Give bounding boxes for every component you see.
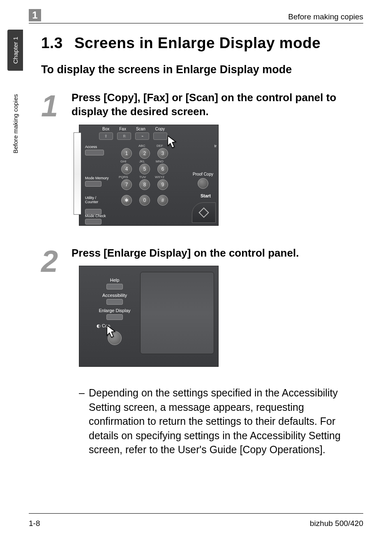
step-2-text: Press [Enlarge Display] on the control p… [71, 246, 363, 260]
key-9[interactable]: 9 [157, 179, 168, 190]
utility-counter-label: Utility / Counter [85, 196, 101, 204]
key-4[interactable]: 4 [121, 164, 132, 174]
tab-fax-label: Fax [119, 127, 126, 131]
section-title-text: Screens in Enlarge Display mode [74, 35, 321, 51]
tab-copy-label: Copy [155, 127, 165, 131]
key-0[interactable]: 0 [139, 195, 150, 206]
copy-button[interactable] [153, 132, 167, 140]
side-tab-chapter: Chapter 1 [7, 30, 23, 71]
rule-top [29, 23, 363, 23]
figure-control-panel-enlarge: Help Accessibility Enlarge Display ◐ Con [79, 266, 219, 367]
footer-product: bizhub 500/420 [310, 519, 363, 528]
accessibility-label: Accessibility [94, 293, 135, 298]
cursor-icon [105, 324, 117, 339]
sub-title: To display the screens in Enlarge Displa… [41, 63, 363, 76]
key-8[interactable]: 8 [139, 179, 150, 190]
tab-scan-label: Scan [136, 127, 145, 131]
footer-page-number: 1-8 [29, 519, 40, 528]
step-2-number: 2 [41, 249, 71, 275]
ir-label: Ir [214, 144, 217, 148]
touch-screen-edge [74, 132, 81, 215]
def-label: DEF [157, 144, 163, 148]
key-6[interactable]: 6 [157, 164, 168, 174]
note-block: – Depending on the settings specified in… [79, 386, 359, 457]
note-text: Depending on the settings specified in t… [89, 386, 359, 457]
start-button[interactable] [192, 202, 216, 223]
side-tab-title: Before making copies [8, 76, 22, 171]
box-button[interactable]: ⇪ [99, 132, 113, 140]
access-button[interactable] [85, 150, 104, 155]
note-dash: – [79, 386, 89, 457]
scan-button[interactable]: ⌁ [135, 132, 149, 140]
enlarge-display-button[interactable] [106, 314, 123, 320]
chapter-number-box: 1 [29, 9, 41, 21]
help-button[interactable] [106, 284, 123, 290]
mode-check-button[interactable] [85, 219, 101, 225]
accessibility-button[interactable] [106, 299, 123, 305]
tab-box-label: Box [102, 127, 109, 131]
figure-control-panel-keypad: Box Fax Scan Copy ⇪ ⎘ ⌁ ABC [79, 125, 219, 226]
step-1-number: 1 [41, 93, 71, 119]
section-number: 1.3 [41, 35, 63, 52]
step-2: 2 Press [Enlarge Display] on the control… [41, 246, 363, 375]
rule-bottom [29, 513, 363, 514]
enlarge-display-label: Enlarge Display [94, 308, 135, 313]
step-1-text: Press [Copy], [Fax] or [Scan] on the con… [71, 91, 363, 119]
cursor-icon [166, 135, 178, 150]
abc-label: ABC [138, 144, 145, 148]
key-7[interactable]: 7 [121, 179, 132, 190]
key-star[interactable]: ✱ [121, 195, 132, 206]
start-diamond-icon [198, 207, 209, 218]
proof-copy-button[interactable] [198, 178, 208, 189]
key-hash[interactable]: # [157, 195, 168, 206]
mode-memory-label: Mode Memory [85, 176, 109, 180]
section-title: 1.3Screens in Enlarge Display mode [41, 35, 363, 52]
key-2[interactable]: 2 [139, 148, 150, 159]
help-label: Help [94, 278, 135, 283]
fax-button[interactable]: ⎘ [117, 132, 131, 140]
step-1: 1 Press [Copy], [Fax] or [Scan] on the c… [41, 91, 363, 234]
access-label: Access [85, 145, 104, 149]
key-5[interactable]: 5 [139, 164, 150, 174]
touch-screen[interactable] [140, 272, 214, 354]
key-1[interactable]: 1 [121, 148, 132, 159]
mode-memory-button[interactable] [85, 181, 101, 187]
proof-copy-label: Proof Copy [193, 172, 213, 176]
running-head: Before making copies [288, 12, 363, 21]
mode-check-label: Mode Check [85, 214, 106, 218]
start-label: Start [201, 193, 211, 198]
